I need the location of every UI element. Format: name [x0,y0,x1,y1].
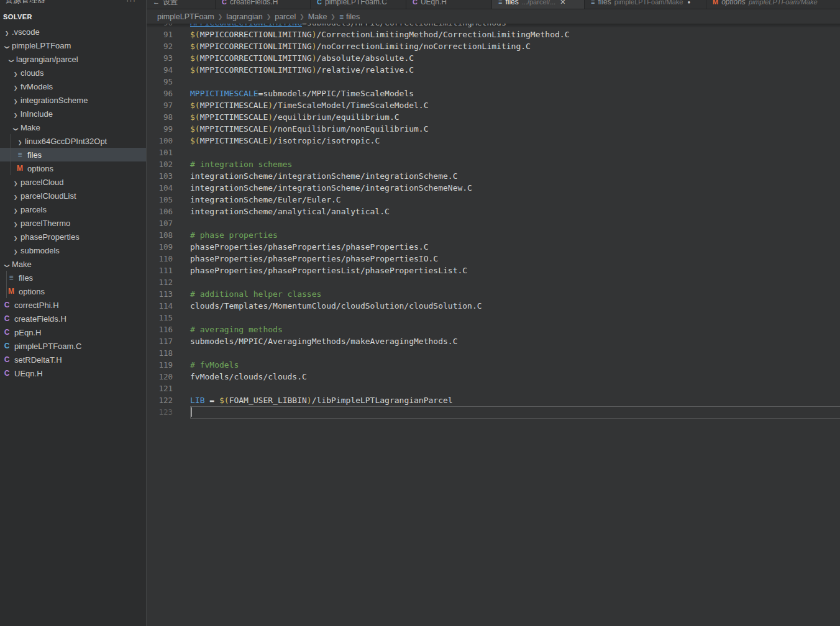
line-content[interactable] [173,276,190,288]
chevron-right-icon[interactable]: ❯ [11,232,20,242]
chevron-right-icon[interactable]: ❯ [2,27,11,37]
tab-files[interactable]: ≡files.../parcel/...✕ [492,0,585,9]
tree-item-.vscode[interactable]: ❯.vscode [0,25,146,39]
line-content[interactable]: # averaging methods [173,324,283,335]
editor-group: ←设置CcreateFields.HCpimpleLPTFoam.CCUEqn.… [147,0,840,626]
line-content[interactable] [173,76,190,88]
line-content[interactable]: fvModels/clouds/clouds.C [173,371,307,383]
chevron-down-icon[interactable]: ❯ [2,260,11,269]
tree-item-createFields.H[interactable]: CcreateFields.H [0,312,146,325]
tree-item-parcelThermo[interactable]: ❯parcelThermo [0,216,146,230]
line-content[interactable] [173,347,190,359]
tree-item-setRDeltaT.H[interactable]: CsetRDeltaT.H [0,353,146,366]
tab-files[interactable]: ≡filespimpleLPTFoam/Make● [585,0,706,9]
line-content[interactable]: $(MPPICCORRECTIONLIMITING)/noCorrectionL… [173,40,531,52]
chevron-down-icon[interactable]: ❯ [11,123,20,132]
tree-item-correctPhi.H[interactable]: CcorrectPhi.H [0,298,146,312]
breadcrumb-item-lagrangian[interactable]: lagrangian [226,12,262,21]
tab-pimpleLPTFoam.C[interactable]: CpimpleLPTFoam.C [311,0,406,9]
chevron-right-icon[interactable]: ❯ [11,178,20,187]
chevron-down-icon[interactable]: ❯ [7,55,16,64]
line-content[interactable]: $(MPPICTIMESCALE)/TimeScaleModel/TimeSca… [173,99,429,111]
line-content[interactable] [173,147,190,158]
line-content[interactable]: phaseProperties/phaseProperties/phasePro… [173,253,438,265]
line-content[interactable]: $(MPPICCORRECTIONLIMITING)/relative/rela… [173,64,414,76]
chevron-right-icon[interactable]: ❯ [11,219,20,228]
line-content[interactable]: LIB = $(FOAM_USER_LIBBIN)/libPimpleLPTLa… [173,394,453,406]
line-content[interactable]: $(MPPICCORRECTIONLIMITING)/CorrectionLim… [173,29,570,40]
tree-item-Make[interactable]: ❯Make [0,257,146,271]
line-content[interactable]: MPPICCORRECTIONLIMITING=submodels/MPPIC/… [173,24,506,29]
chevron-down-icon[interactable]: ❯ [2,41,11,50]
line-content[interactable]: $(MPPICCORRECTIONLIMITING)/absolute/abso… [173,52,414,64]
tab-设置[interactable]: ←设置 [147,0,216,9]
code-editor[interactable]: 90MPPICCORRECTIONLIMITING=submodels/MPPI… [147,24,840,626]
chevron-right-icon[interactable]: ❯ [11,82,20,91]
code-line-122: 122LIB = $(FOAM_USER_LIBBIN)/libPimpleLP… [147,394,840,406]
line-content[interactable]: # additional helper classes [173,288,321,300]
breadcrumb-separator-icon: ❯ [218,14,223,20]
tree-item-options[interactable]: Moptions [0,284,146,298]
close-tab-icon[interactable]: ✕ [560,0,565,6]
chevron-right-icon[interactable]: ❯ [11,109,20,119]
tree-item-clouds[interactable]: ❯clouds [0,66,146,79]
tree-item-linux64GccDPInt32Opt[interactable]: ❯linux64GccDPInt32Opt [0,134,146,148]
tree-item-files[interactable]: ≡files [0,148,146,161]
line-content[interactable]: $(MPPICTIMESCALE)/nonEquilibrium/nonEqui… [173,123,429,135]
line-content[interactable]: $(MPPICTIMESCALE)/equilibrium/equilibriu… [173,111,399,123]
more-actions-icon[interactable]: ··· [126,0,136,5]
tree-item-parcelCloudList[interactable]: ❯parcelCloudList [0,189,146,202]
tree-item-files[interactable]: ≡files [0,271,146,284]
section-header-solver[interactable]: SOLVER [0,9,146,25]
tab-UEqn.H[interactable]: CUEqn.H [406,0,492,9]
line-content[interactable] [173,383,190,394]
tab-createFields.H[interactable]: CcreateFields.H [216,0,311,9]
line-content[interactable]: phaseProperties/phaseProperties/phasePro… [173,241,429,253]
tree-item-UEqn.H[interactable]: CUEqn.H [0,366,146,380]
line-content[interactable] [173,312,190,324]
line-content[interactable] [173,217,190,229]
tab-options[interactable]: MoptionspimpleLPTFoam/Make [706,0,840,9]
line-content[interactable]: clouds/Templates/MomentumCloud/cloudSolu… [173,300,482,312]
breadcrumb-item-pimpleLPTFoam[interactable]: pimpleLPTFoam [157,12,214,21]
tree-item-phaseProperties[interactable]: ❯phaseProperties [0,230,146,243]
line-content[interactable]: integrationScheme/integrationScheme/inte… [173,170,457,182]
line-content[interactable]: MPPICTIMESCALE=submodels/MPPIC/TimeScale… [173,88,414,99]
tree-item-lagrangian/parcel[interactable]: ❯lagrangian/parcel [0,52,146,66]
tree-item-pimpleLPTFoam[interactable]: ❯pimpleLPTFoam [0,39,146,52]
line-content[interactable]: # integration schemes [173,158,292,170]
chevron-right-icon[interactable]: ❯ [11,96,20,105]
tree-item-integrationScheme[interactable]: ❯integrationScheme [0,93,146,107]
chevron-right-icon[interactable]: ❯ [11,191,20,201]
line-content[interactable]: submodels/MPPIC/AveragingMethods/makeAve… [173,335,457,347]
makefile-icon: M [7,288,16,295]
code-token: $( [190,101,200,110]
tree-item-parcelCloud[interactable]: ❯parcelCloud [0,175,146,189]
chevron-right-icon[interactable]: ❯ [11,205,20,214]
tree-item-pEqn.H[interactable]: CpEqn.H [0,325,146,339]
line-number: 108 [147,229,173,241]
chevron-right-icon[interactable]: ❯ [16,137,24,146]
breadcrumb-item-files[interactable]: ≡files [339,12,360,21]
tree-item-parcels[interactable]: ❯parcels [0,202,146,216]
tree-item-pimpleLPTFoam.C[interactable]: CpimpleLPTFoam.C [0,339,146,353]
line-content[interactable]: phaseProperties/phasePropertiesList/phas… [173,265,467,276]
breadcrumb-item-parcel[interactable]: parcel [275,12,296,21]
line-content[interactable]: integrationScheme/Euler/Euler.C [173,194,341,206]
tree-item-lnInclude[interactable]: ❯lnInclude [0,107,146,120]
tree-item-Make[interactable]: ❯Make [0,120,146,134]
line-content[interactable]: # phase properties [173,229,278,241]
tree-item-label: createFields.H [14,314,66,324]
line-content[interactable]: integrationScheme/analytical/analytical.… [173,206,390,217]
chevron-right-icon[interactable]: ❯ [11,68,20,78]
breadcrumb-item-Make[interactable]: Make [308,12,327,21]
code-token: # additional helper classes [190,289,321,299]
tree-item-options[interactable]: Moptions [0,161,146,175]
line-content[interactable] [173,406,190,418]
tree-item-fvModels[interactable]: ❯fvModels [0,79,146,93]
tree-item-submodels[interactable]: ❯submodels [0,243,146,257]
line-content[interactable]: $(MPPICTIMESCALE)/isotropic/isotropic.C [173,135,380,147]
chevron-right-icon[interactable]: ❯ [11,246,20,255]
line-content[interactable]: integrationScheme/integrationScheme/inte… [173,182,472,194]
line-content[interactable]: # fvModels [173,359,239,371]
